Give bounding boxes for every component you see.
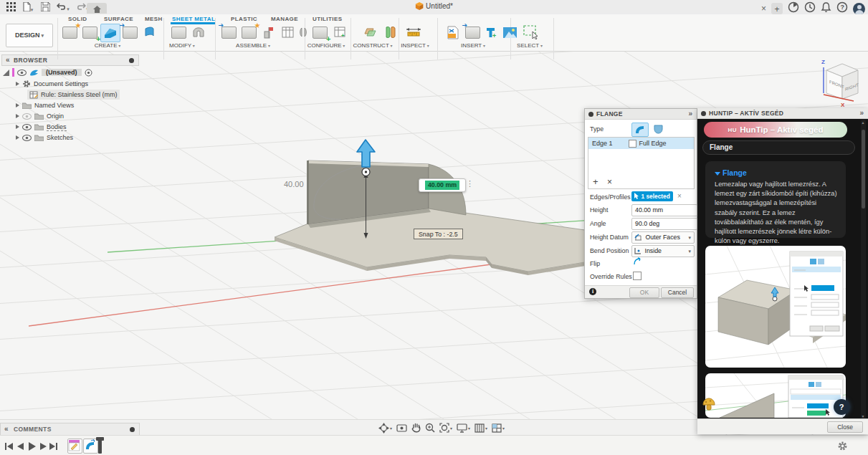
dimension-value-input[interactable]: 40.00 mm	[419, 178, 466, 192]
dimension-input-handle-icon[interactable]: ⋮	[466, 179, 474, 188]
zoom-icon[interactable]	[425, 423, 435, 433]
orbit-icon[interactable]: ▾	[378, 423, 392, 434]
close-button[interactable]: Close	[827, 421, 863, 433]
topic-title[interactable]: Flange	[715, 168, 747, 177]
insert-derive-design-icon[interactable]	[463, 24, 482, 41]
flange-dialog-header[interactable]: FLANGE	[585, 109, 697, 120]
activate-radio-icon[interactable]	[85, 69, 92, 77]
browser-row-document-settings[interactable]: Document Settings	[16, 79, 88, 89]
height-datum-select[interactable]: Outer Faces	[631, 231, 695, 244]
unfold-icon[interactable]	[120, 24, 139, 41]
collapsed-arrow-icon[interactable]	[16, 125, 19, 129]
group-assemble[interactable]: ASSEMBLE	[228, 42, 278, 49]
insert-derive-icon[interactable]	[219, 24, 238, 41]
job-status-icon[interactable]	[788, 1, 799, 16]
tutorial-image-2[interactable]	[705, 373, 846, 418]
expanded-arrow-icon[interactable]	[3, 70, 9, 76]
full-edge-checkbox[interactable]	[629, 140, 636, 148]
design-workspace-button[interactable]: DESIGN	[6, 24, 53, 47]
group-configure[interactable]: CONFIGURE	[302, 42, 350, 49]
close-document-icon[interactable]	[761, 4, 766, 14]
tab-manage[interactable]: MANAGE	[271, 16, 298, 22]
tab-sheet-metal[interactable]: SHEET METAL	[172, 16, 215, 22]
bend-icon[interactable]	[189, 24, 208, 41]
insert-svg-icon[interactable]	[443, 24, 462, 41]
cancel-button[interactable]: Cancel	[661, 287, 694, 298]
timeline-position-marker[interactable]	[98, 437, 102, 454]
insert-mcmaster-icon[interactable]: +	[482, 24, 500, 41]
insert-canvas-icon[interactable]	[500, 24, 519, 41]
new-tab-icon[interactable]	[771, 3, 783, 14]
huntip-panel-header[interactable]: HUNTIP – AKTÍV SEGÉD	[697, 108, 868, 119]
notification-bell-icon[interactable]	[821, 2, 831, 16]
collapsed-arrow-icon[interactable]	[16, 135, 19, 140]
view-cube[interactable]: Z X FRONT RIGHT	[812, 56, 868, 107]
group-insert[interactable]: INSERT	[450, 42, 496, 49]
browser-row-bodies[interactable]: Bodies	[16, 122, 67, 132]
height-input[interactable]: 40.00 mm	[631, 204, 697, 216]
comments-bar[interactable]: COMMENTS	[0, 423, 140, 436]
browser-display-icon[interactable]	[129, 58, 134, 63]
group-construct[interactable]: CONSTRUCT	[348, 42, 397, 49]
flange-type-edge-button[interactable]	[631, 123, 649, 137]
timeline-go-to-start-icon[interactable]	[4, 441, 14, 451]
display-settings-icon[interactable]: ▾	[457, 423, 470, 433]
browser-root-row[interactable]: (Unsaved)	[3, 67, 92, 77]
create-flange-icon[interactable]	[100, 24, 120, 42]
visibility-eye-off-icon[interactable]	[22, 113, 32, 120]
remove-edge-icon[interactable]: ×	[607, 177, 612, 187]
group-select[interactable]: SELECT	[507, 42, 552, 49]
help-icon[interactable]: ?	[836, 1, 848, 16]
huntip-help-button[interactable]	[834, 399, 849, 415]
convert-to-sheet-metal-icon[interactable]	[80, 24, 99, 41]
huntip-scrollbar[interactable]	[861, 120, 866, 419]
look-at-icon[interactable]	[396, 423, 407, 433]
comments-expand-icon[interactable]	[130, 427, 135, 432]
construct-plane-icon[interactable]	[361, 24, 379, 41]
measure-icon[interactable]	[404, 24, 423, 41]
configuration-table-icon[interactable]: +	[330, 24, 349, 41]
root-document-label[interactable]: (Unsaved)	[42, 69, 82, 76]
angle-input[interactable]: 90.0 deg	[631, 218, 697, 230]
huntip-search-input[interactable]: Flange	[702, 140, 855, 155]
timeline-flange-feature[interactable]	[83, 439, 98, 454]
group-create[interactable]: CREATE	[85, 42, 130, 49]
new-component-icon[interactable]	[239, 24, 258, 41]
browser-row-rule[interactable]: Rule: Stainless Steel (mm)	[27, 90, 120, 100]
thicken-icon[interactable]	[140, 24, 159, 41]
pan-icon[interactable]	[411, 423, 421, 433]
collapsed-arrow-icon[interactable]	[16, 103, 19, 107]
timeline-step-forward-icon[interactable]	[39, 441, 48, 451]
override-rules-checkbox[interactable]	[633, 272, 642, 280]
configure-part-icon[interactable]	[310, 24, 329, 41]
history-icon[interactable]	[804, 1, 816, 16]
user-avatar[interactable]	[853, 3, 865, 15]
save-icon[interactable]	[39, 2, 51, 12]
new-sheet-metal-part-icon[interactable]	[60, 24, 79, 41]
construct-axis-icon[interactable]	[381, 24, 399, 41]
group-inspect[interactable]: INSPECT	[393, 42, 437, 49]
info-icon[interactable]: i	[589, 288, 596, 295]
visibility-eye-icon[interactable]	[22, 124, 32, 130]
flange-type-hem-button[interactable]	[650, 123, 666, 135]
undo-icon[interactable]: ▾	[54, 2, 72, 12]
tutorial-image-1[interactable]	[705, 246, 846, 368]
tab-plastic[interactable]: PLASTIC	[231, 16, 257, 22]
grid-snap-icon[interactable]: ▾	[474, 423, 487, 433]
browser-row-origin[interactable]: Origin	[16, 111, 64, 121]
group-modify[interactable]: MODIFY	[159, 42, 205, 49]
viewports-icon[interactable]: ▾	[492, 423, 505, 433]
visibility-eye-icon[interactable]	[22, 135, 32, 141]
timeline-sketch-feature[interactable]	[67, 439, 82, 454]
modify-flange-icon[interactable]	[169, 24, 188, 41]
timeline-play-icon[interactable]	[27, 441, 37, 451]
browser-row-sketches[interactable]: Sketches	[16, 133, 73, 143]
edge-list-row[interactable]: Edge 1 Full Edge	[588, 138, 694, 149]
settings-gear-icon[interactable]	[837, 441, 848, 454]
visibility-eye-icon[interactable]	[17, 70, 27, 76]
fit-icon[interactable]: ▾	[439, 423, 452, 433]
bend-position-select[interactable]: Inside	[631, 245, 695, 257]
tab-utilities[interactable]: UTILITIES	[313, 16, 342, 22]
collapsed-arrow-icon[interactable]	[16, 114, 19, 118]
huntip-mascot-icon[interactable]	[702, 398, 715, 413]
